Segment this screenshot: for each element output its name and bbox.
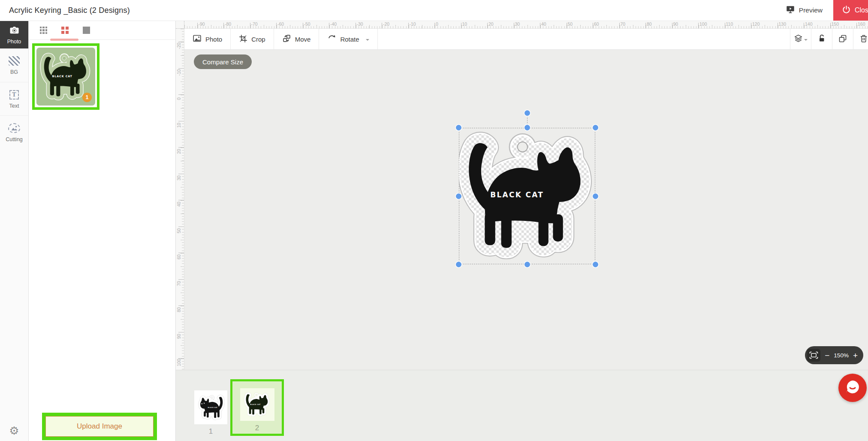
compare-size-button[interactable]: Compare Size bbox=[194, 54, 252, 69]
upload-image-label: Upload Image bbox=[45, 416, 154, 437]
sidebar-item-cutting[interactable]: Cutting bbox=[0, 115, 28, 149]
resize-handle-bottom-right[interactable] bbox=[593, 262, 598, 267]
ruler-tick bbox=[408, 23, 409, 28]
ruler-label: -10 bbox=[176, 67, 181, 78]
ruler-label: -70 bbox=[251, 21, 258, 27]
ruler-label: 160 bbox=[858, 21, 865, 27]
preview-monitor-icon bbox=[786, 5, 795, 16]
resize-handle-top[interactable] bbox=[524, 125, 530, 130]
grid-2x2-icon[interactable] bbox=[61, 27, 69, 34]
ruler-label: 80 bbox=[176, 305, 181, 315]
ruler-tick bbox=[514, 23, 514, 28]
ruler-label: 120 bbox=[752, 21, 760, 27]
ruler-tick bbox=[645, 23, 646, 28]
title-bar: Acrylic Keyring _Basic (2 Designs) Previ… bbox=[0, 0, 868, 21]
chat-widget-button[interactable] bbox=[838, 374, 867, 402]
rotate-button[interactable]: Rotate bbox=[319, 29, 377, 49]
horizontal-ruler: -90-80-70-60-50-40-30-20-100102030405060… bbox=[184, 21, 868, 29]
ruler-label: 150 bbox=[832, 21, 839, 27]
ruler-tick bbox=[856, 23, 857, 28]
ruler-label: 30 bbox=[515, 21, 520, 27]
page-thumbnail-2-selected[interactable]: 2 bbox=[230, 379, 284, 436]
page-strip: BLACK CAT 1 bbox=[176, 370, 868, 441]
grid-3x3-icon[interactable] bbox=[40, 27, 47, 34]
photo-icon bbox=[193, 34, 202, 44]
cat-design-page-2 bbox=[244, 391, 271, 418]
ruler-label: 100 bbox=[699, 21, 707, 27]
ruler-tick bbox=[540, 23, 540, 28]
app-window: Acrylic Keyring _Basic (2 Designs) Previ… bbox=[0, 0, 868, 441]
ruler-tick bbox=[619, 23, 620, 28]
crop-button[interactable]: Crop bbox=[231, 29, 274, 49]
page-label-1: 1 bbox=[194, 427, 227, 436]
duplicate-button[interactable] bbox=[832, 29, 853, 49]
ruler-label: 40 bbox=[541, 21, 546, 27]
ruler-tick bbox=[830, 23, 831, 28]
ruler-tick bbox=[804, 23, 804, 28]
move-button[interactable]: Move bbox=[274, 29, 319, 49]
lock-button[interactable] bbox=[811, 29, 832, 49]
sidebar-item-photo[interactable]: Photo bbox=[0, 21, 28, 48]
design-canvas[interactable]: Compare Size bbox=[184, 50, 868, 370]
library-panel: 1 Upload Image bbox=[29, 21, 176, 441]
trash-button[interactable] bbox=[853, 29, 868, 49]
fit-screen-icon[interactable] bbox=[807, 349, 820, 362]
sidebar-item-text[interactable]: T Text bbox=[0, 82, 28, 115]
resize-handle-bottom[interactable] bbox=[524, 262, 530, 267]
selected-design[interactable] bbox=[459, 128, 595, 264]
layers-icon bbox=[794, 34, 803, 44]
rotate-handle[interactable] bbox=[524, 110, 530, 116]
ruler-label: 130 bbox=[779, 21, 787, 27]
ruler-label: 20 bbox=[488, 21, 494, 27]
library-thumbnail-selected[interactable]: 1 bbox=[32, 43, 99, 110]
page-thumbnail-1[interactable]: BLACK CAT bbox=[194, 390, 227, 424]
app-body: Photo BG T Text Cutting ⚙ bbox=[0, 21, 868, 441]
ruler-label: 140 bbox=[805, 21, 813, 27]
ruler-label: 40 bbox=[176, 199, 181, 209]
upload-image-button[interactable]: Upload Image bbox=[42, 413, 157, 440]
unlock-icon bbox=[817, 34, 826, 44]
ruler-label: 70 bbox=[621, 21, 626, 27]
move-label: Move bbox=[295, 36, 311, 43]
zoom-in-button[interactable]: + bbox=[853, 351, 858, 359]
crop-label: Crop bbox=[251, 36, 265, 43]
zoom-out-button[interactable]: − bbox=[825, 351, 829, 359]
ruler-tick bbox=[672, 23, 672, 28]
resize-handle-left[interactable] bbox=[456, 193, 461, 199]
close-button[interactable]: Close bbox=[833, 0, 868, 21]
design-text: BLACK CAT bbox=[208, 407, 217, 408]
ruler-tick bbox=[778, 23, 778, 28]
duplicate-icon bbox=[838, 34, 847, 44]
ruler-label: -40 bbox=[330, 21, 337, 27]
page-thumbnail-2-image bbox=[240, 388, 274, 421]
resize-handle-top-right[interactable] bbox=[593, 125, 598, 130]
ruler-label: 80 bbox=[647, 21, 652, 27]
ruler-label: 90 bbox=[176, 331, 181, 341]
rotate-icon bbox=[327, 34, 336, 44]
close-label: Close bbox=[855, 6, 868, 14]
ruler-label: -30 bbox=[357, 21, 363, 27]
cutout-image-icon bbox=[8, 123, 20, 134]
toolbar-spacer bbox=[378, 29, 790, 49]
text-box-icon: T bbox=[9, 89, 19, 100]
photo-tool-button[interactable]: Photo bbox=[184, 29, 231, 49]
ruler-tick bbox=[329, 23, 329, 28]
ruler-label: -20 bbox=[383, 21, 389, 27]
ruler-label: 70 bbox=[176, 278, 181, 289]
preview-button[interactable]: Preview bbox=[786, 5, 823, 16]
ruler-label: 60 bbox=[594, 21, 599, 27]
layers-button[interactable] bbox=[790, 29, 811, 49]
ruler-label: -50 bbox=[304, 21, 310, 27]
camera-icon bbox=[9, 25, 20, 36]
sidebar-item-bg[interactable]: BG bbox=[0, 48, 28, 82]
resize-handle-top-left[interactable] bbox=[456, 125, 461, 130]
ruler-tick bbox=[751, 23, 751, 28]
cat-design-page-1: BLACK CAT bbox=[197, 394, 225, 421]
single-square-icon[interactable] bbox=[83, 27, 90, 34]
ruler-tick bbox=[276, 23, 277, 28]
resize-handle-right[interactable] bbox=[593, 193, 598, 199]
resize-handle-bottom-left[interactable] bbox=[456, 262, 461, 267]
ruler-tick bbox=[382, 23, 382, 28]
ruler-label: 10 bbox=[176, 120, 181, 130]
gear-icon[interactable]: ⚙ bbox=[0, 424, 28, 438]
